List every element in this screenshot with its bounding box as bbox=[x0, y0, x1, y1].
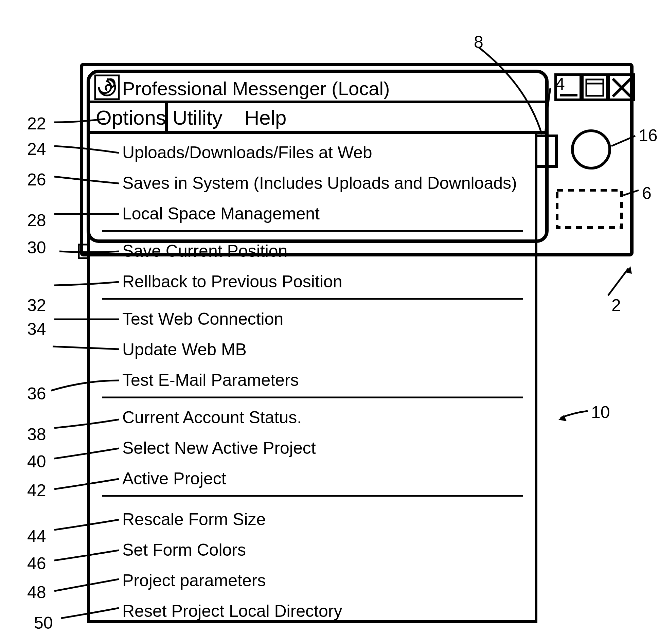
callout: 8 bbox=[474, 32, 483, 52]
callout: 16 bbox=[639, 126, 658, 145]
callout: 2 bbox=[611, 296, 621, 315]
menu-item[interactable]: Local Space Management bbox=[122, 204, 320, 223]
menu-options[interactable]: Options bbox=[96, 106, 166, 129]
app-swirl-icon bbox=[95, 75, 119, 99]
menu-item[interactable]: Current Account Status. bbox=[122, 408, 302, 427]
minimize-icon[interactable] bbox=[556, 75, 581, 100]
menu-item[interactable]: Rescale Form Size bbox=[122, 509, 266, 529]
svg-rect-14 bbox=[557, 190, 622, 228]
callout: 30 bbox=[27, 238, 46, 257]
menu-utility[interactable]: Utility bbox=[173, 106, 222, 129]
callout: 46 bbox=[27, 554, 46, 573]
callout: 50 bbox=[34, 613, 53, 633]
maximize-icon[interactable] bbox=[582, 75, 607, 100]
menu-help[interactable]: Help bbox=[245, 106, 286, 129]
callout: 48 bbox=[27, 583, 46, 602]
menu-item[interactable]: Active Project bbox=[122, 469, 226, 488]
callout: 10 bbox=[591, 402, 610, 422]
menu-item[interactable]: Reset Project Local Directory bbox=[122, 601, 342, 621]
menu-item[interactable]: Saves in System (Includes Uploads and Do… bbox=[122, 173, 517, 193]
callout: 26 bbox=[27, 170, 46, 190]
callout: 44 bbox=[27, 526, 46, 546]
callout: 28 bbox=[27, 211, 46, 230]
close-icon[interactable] bbox=[609, 75, 634, 100]
callout: 38 bbox=[27, 425, 46, 444]
menu-item[interactable]: Update Web MB bbox=[122, 340, 247, 359]
callout: 34 bbox=[27, 319, 46, 339]
menu-item[interactable]: Rellback to Previous Position bbox=[122, 272, 342, 291]
svg-point-15 bbox=[572, 131, 610, 168]
menu-item[interactable]: Project parameters bbox=[122, 571, 266, 590]
menu-item[interactable]: Save Current Position bbox=[122, 241, 287, 261]
diagram-stage: Professional Messenger (Local) Options U… bbox=[0, 0, 659, 644]
callout: 36 bbox=[27, 384, 46, 404]
callout: 32 bbox=[27, 296, 46, 315]
menu-item[interactable]: Test E-Mail Parameters bbox=[122, 370, 299, 390]
menu-item[interactable]: Uploads/Downloads/Files at Web bbox=[122, 143, 372, 162]
menu-item[interactable]: Select New Active Project bbox=[122, 438, 316, 458]
callout: 24 bbox=[27, 139, 46, 159]
callout: 6 bbox=[642, 183, 652, 203]
window-title: Professional Messenger (Local) bbox=[122, 77, 390, 100]
menu-item[interactable]: Set Form Colors bbox=[122, 540, 246, 560]
menu-item[interactable]: Test Web Connection bbox=[122, 309, 283, 329]
callout: 42 bbox=[27, 481, 46, 500]
callout: 40 bbox=[27, 452, 46, 471]
callout: 22 bbox=[27, 114, 46, 133]
